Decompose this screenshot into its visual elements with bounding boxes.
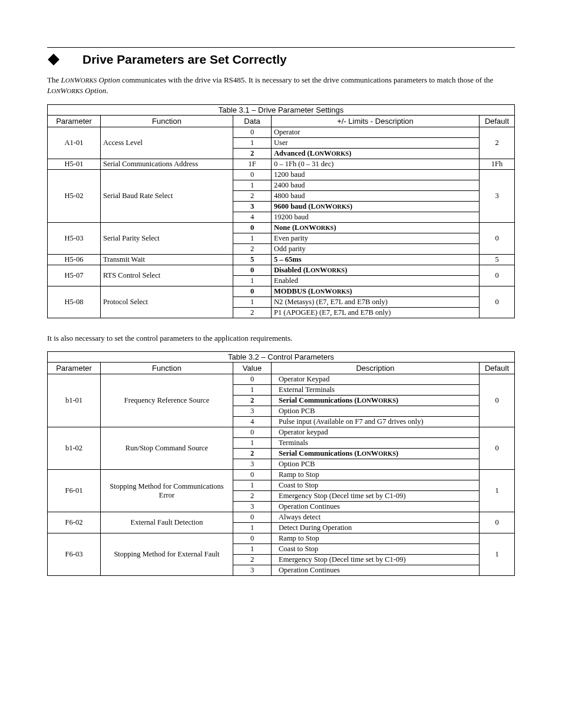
description-cell: Ramp to Stop xyxy=(272,533,480,544)
description-cell: Enabled xyxy=(272,276,480,286)
data-value-cell: 0 xyxy=(233,223,272,233)
parameter-cell: H5-07 xyxy=(48,265,101,286)
description-cell: 4800 baud xyxy=(272,191,480,202)
description-cell: Coast to Stop xyxy=(272,480,480,491)
function-cell: Serial Baud Rate Select xyxy=(101,170,233,223)
default-cell: 0 xyxy=(480,512,515,533)
default-cell: 0 xyxy=(480,223,515,255)
description-cell: Pulse input (Available on F7 and G7 driv… xyxy=(272,417,480,427)
function-cell: Frequency Reference Source xyxy=(101,374,233,427)
default-cell: 0 xyxy=(480,427,515,470)
data-value-cell: 1 xyxy=(233,138,272,149)
description-cell: Even parity xyxy=(272,233,480,244)
control-params-intro: It is also necessary to set the control … xyxy=(47,334,515,343)
column-header: Parameter xyxy=(48,116,101,127)
column-header: Default xyxy=(480,363,515,374)
description-cell: Detect During Operation xyxy=(272,523,480,533)
description-cell: Operation Continues xyxy=(272,565,480,576)
data-value-cell: 1 xyxy=(233,180,272,191)
intro-text: . xyxy=(106,86,108,95)
data-value-cell: 1 xyxy=(233,480,272,491)
description-cell: MODBUS (LONWORKS) xyxy=(272,286,480,297)
data-value-cell: 1 xyxy=(233,297,272,308)
data-value-cell: 3 xyxy=(233,202,272,212)
default-cell: 1Fh xyxy=(480,159,515,170)
data-value-cell: 2 xyxy=(233,396,272,406)
table-row: F6-02External Fault Detection0Always det… xyxy=(48,512,515,523)
column-header: Function xyxy=(101,116,233,127)
default-cell: 0 xyxy=(480,286,515,318)
table-row: F6-01Stopping Method for Communications … xyxy=(48,470,515,480)
column-header: Value xyxy=(233,363,272,374)
data-value-cell: 0 xyxy=(233,533,272,544)
default-cell: 2 xyxy=(480,127,515,159)
parameter-cell: b1-02 xyxy=(48,427,101,470)
description-cell: 1200 baud xyxy=(272,170,480,180)
function-cell: Serial Communications Address xyxy=(101,159,233,170)
description-cell: Option PCB xyxy=(272,459,480,470)
data-value-cell: 1 xyxy=(233,233,272,244)
function-cell: Stopping Method for Communications Error xyxy=(101,470,233,512)
description-cell: Operator keypad xyxy=(272,427,480,438)
description-cell: External Terminals xyxy=(272,385,480,396)
description-cell: P1 (APOGEE) (E7, E7L and E7B only) xyxy=(272,308,480,318)
lonworks-term: LONWORKS xyxy=(47,86,83,95)
description-cell: None (LONWORKS) xyxy=(272,223,480,233)
default-cell: 3 xyxy=(480,170,515,223)
drive-parameter-settings-table: Table 3.1 – Drive Parameter SettingsPara… xyxy=(47,104,515,318)
lonworks-term: LONWORKS xyxy=(61,75,97,84)
description-cell: Disabled (LONWORKS) xyxy=(272,265,480,276)
data-value-cell: 0 xyxy=(233,170,272,180)
data-value-cell: 0 xyxy=(233,265,272,276)
parameter-cell: A1-01 xyxy=(48,127,101,159)
description-cell: 5 – 65ms xyxy=(272,255,480,265)
data-value-cell: 4 xyxy=(233,212,272,223)
data-value-cell: 2 xyxy=(233,191,272,202)
data-value-cell: 5 xyxy=(233,255,272,265)
parameter-cell: F6-02 xyxy=(48,512,101,533)
parameter-cell: H5-06 xyxy=(48,255,101,265)
description-cell: Emergency Stop (Decel time set by C1-09) xyxy=(272,491,480,502)
description-cell: Odd parity xyxy=(272,244,480,255)
description-cell: Operator xyxy=(272,127,480,138)
table-row: H5-07RTS Control Select0Disabled (LONWOR… xyxy=(48,265,515,276)
parameter-cell: F6-03 xyxy=(48,533,101,576)
default-cell: 1 xyxy=(480,533,515,576)
data-value-cell: 2 xyxy=(233,308,272,318)
table-caption: Table 3.2 – Control Parameters xyxy=(48,352,515,363)
description-cell: Serial Communications (LONWORKS) xyxy=(272,396,480,406)
column-header: +/- Limits - Description xyxy=(272,116,480,127)
function-cell: Serial Parity Select xyxy=(101,223,233,255)
data-value-cell: 0 xyxy=(233,127,272,138)
diamond-bullet-icon xyxy=(48,54,59,65)
function-cell: RTS Control Select xyxy=(101,265,233,286)
table-row: b1-01Frequency Reference Source0Operator… xyxy=(48,374,515,385)
data-value-cell: 2 xyxy=(233,149,272,159)
parameter-cell: H5-03 xyxy=(48,223,101,255)
section-title-text: Drive Parameters are Set Correctly xyxy=(82,52,287,67)
data-value-cell: 2 xyxy=(233,244,272,255)
parameter-cell: b1-01 xyxy=(48,374,101,427)
parameter-cell: H5-08 xyxy=(48,286,101,318)
data-value-cell: 1 xyxy=(233,544,272,555)
table-row: H5-02Serial Baud Rate Select01200 baud3 xyxy=(48,170,515,180)
column-header: Default xyxy=(480,116,515,127)
description-cell: 2400 baud xyxy=(272,180,480,191)
column-header: Data xyxy=(233,116,272,127)
description-cell: Emergency Stop (Decel time set by C1-09) xyxy=(272,555,480,565)
parameter-cell: H5-01 xyxy=(48,159,101,170)
function-cell: Transmit Wait xyxy=(101,255,233,265)
description-cell: 9600 baud (LONWORKS) xyxy=(272,202,480,212)
data-value-cell: 3 xyxy=(233,502,272,512)
data-value-cell: 3 xyxy=(233,459,272,470)
description-cell: Operator Keypad xyxy=(272,374,480,385)
data-value-cell: 1 xyxy=(233,276,272,286)
default-cell: 1 xyxy=(480,470,515,512)
data-value-cell: 2 xyxy=(233,491,272,502)
data-value-cell: 0 xyxy=(233,427,272,438)
table-row: H5-03Serial Parity Select0None (LONWORKS… xyxy=(48,223,515,233)
data-value-cell: 2 xyxy=(233,555,272,565)
data-value-cell: 1 xyxy=(233,438,272,449)
description-cell: Ramp to Stop xyxy=(272,470,480,480)
data-value-cell: 1 xyxy=(233,385,272,396)
